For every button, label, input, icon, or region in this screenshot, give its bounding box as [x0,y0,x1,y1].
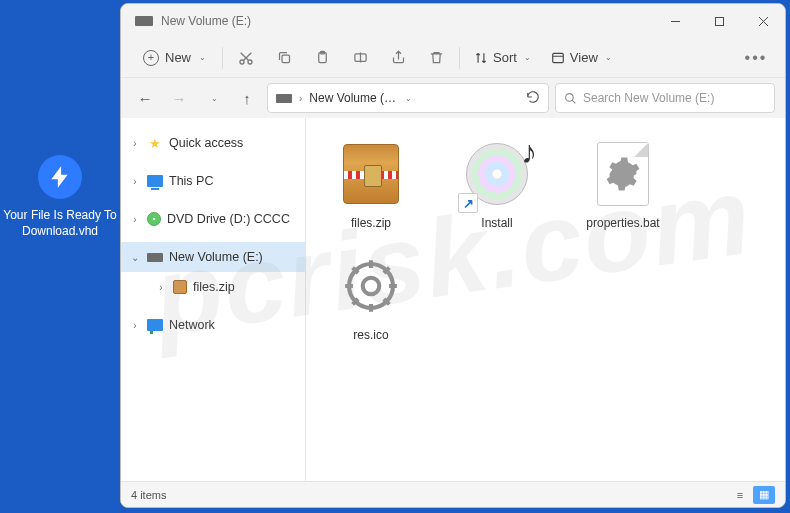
file-res-ico[interactable]: res.ico [312,244,430,348]
tree-dvd-drive[interactable]: › DVD Drive (D:) CCCC [121,204,305,234]
chevron-right-icon[interactable]: › [129,138,141,149]
plus-icon: + [143,50,159,66]
back-button[interactable]: ← [131,84,159,112]
breadcrumb[interactable]: New Volume (… [309,91,396,105]
item-count: 4 items [131,489,166,501]
chevron-right-icon[interactable]: › [129,176,141,187]
chevron-right-icon[interactable]: › [155,282,167,293]
drive-icon [147,253,163,262]
tree-this-pc[interactable]: › This PC [121,166,305,196]
titlebar[interactable]: New Volume (E:) [121,4,785,38]
paste-button[interactable] [307,43,337,73]
command-toolbar: + New ⌄ Sort ⌄ View [121,38,785,78]
status-bar: 4 items ≡ ▦ [121,481,785,507]
tree-files-zip[interactable]: › files.zip [121,272,305,302]
share-button[interactable] [383,43,413,73]
maximize-button[interactable] [697,4,741,38]
copy-button[interactable] [269,43,299,73]
file-label: properties.bat [586,216,659,230]
vhd-file-label[interactable]: Your File Is Ready To Download.vhd [0,207,120,239]
tree-new-volume[interactable]: ⌄ New Volume (E:) [121,242,305,272]
ellipsis-icon: ••• [745,49,768,67]
chevron-down-icon: ⌄ [524,53,531,62]
view-label: View [570,50,598,65]
vhd-file-icon[interactable] [38,155,82,199]
zip-icon [173,280,187,294]
file-properties-bat[interactable]: properties.bat [564,132,682,236]
shortcut-overlay-icon: ↗ [458,193,478,213]
file-label: Install [481,216,512,230]
tree-label: New Volume (E:) [169,250,263,264]
search-input[interactable] [583,91,766,105]
svg-point-13 [363,278,380,295]
navigation-tree[interactable]: › ★ Quick access › This PC › DVD Drive (… [121,118,306,481]
search-icon [564,92,577,105]
tree-network[interactable]: › Network [121,310,305,340]
delete-button[interactable] [421,43,451,73]
refresh-button[interactable] [526,90,540,107]
svg-rect-9 [553,53,564,62]
recent-button[interactable]: ⌄ [199,84,227,112]
tree-quick-access[interactable]: › ★ Quick access [121,128,305,158]
chevron-right-icon[interactable]: › [129,214,141,225]
minimize-button[interactable] [653,4,697,38]
file-label: res.ico [353,328,388,342]
rename-button[interactable] [345,43,375,73]
music-note-icon: ♪ [521,134,537,171]
tree-label: Quick access [169,136,243,150]
forward-button[interactable]: → [165,84,193,112]
address-bar-row: ← → ⌄ ↑ › New Volume (… ⌄ [121,78,785,118]
drive-icon [276,94,292,103]
address-bar[interactable]: › New Volume (… ⌄ [267,83,549,113]
svg-line-12 [572,100,575,103]
file-install[interactable]: ♪ ↗ Install [438,132,556,236]
cut-button[interactable] [231,43,261,73]
chevron-down-icon: ⌄ [605,53,612,62]
icons-view-toggle[interactable]: ▦ [753,486,775,504]
svg-point-3 [248,60,252,64]
explorer-window: New Volume (E:) + New ⌄ [120,3,786,508]
batch-file-icon [587,138,659,210]
up-button[interactable]: ↑ [233,84,261,112]
close-button[interactable] [741,4,785,38]
svg-point-14 [349,264,393,308]
disc-icon [147,212,161,226]
chevron-down-icon[interactable]: ⌄ [129,252,141,263]
sort-button[interactable]: Sort ⌄ [468,46,537,69]
desktop-area: Your File Is Ready To Download.vhd [0,0,120,513]
separator [222,47,223,69]
drive-icon [135,16,153,26]
tree-label: files.zip [193,280,235,294]
svg-rect-4 [282,55,290,63]
new-label: New [165,50,191,65]
search-box[interactable] [555,83,775,113]
separator [459,47,460,69]
chevron-down-icon: ⌄ [199,53,206,62]
sort-label: Sort [493,50,517,65]
tree-label: Network [169,318,215,332]
files-pane[interactable]: files.zip ♪ ↗ Install properties.bat [306,118,785,481]
ico-file-icon [335,250,407,322]
star-icon: ★ [147,135,163,151]
view-icon [551,51,565,65]
sort-icon [474,51,488,65]
more-button[interactable]: ••• [741,43,771,73]
body-area: › ★ Quick access › This PC › DVD Drive (… [121,118,785,481]
file-files-zip[interactable]: files.zip [312,132,430,236]
chevron-down-icon[interactable]: ⌄ [405,94,412,103]
zip-archive-icon [335,138,407,210]
svg-point-11 [566,93,574,101]
pc-icon [147,175,163,187]
window-title: New Volume (E:) [161,14,251,28]
svg-rect-1 [715,17,723,25]
new-button[interactable]: + New ⌄ [135,46,214,70]
file-label: files.zip [351,216,391,230]
chevron-right-icon[interactable]: › [129,320,141,331]
tree-label: DVD Drive (D:) CCCC [167,212,290,226]
svg-point-2 [240,60,244,64]
chevron-down-icon: ⌄ [211,94,218,103]
chevron-right-icon: › [299,93,302,104]
details-view-toggle[interactable]: ≡ [729,486,751,504]
tree-label: This PC [169,174,213,188]
view-button[interactable]: View ⌄ [545,46,618,69]
